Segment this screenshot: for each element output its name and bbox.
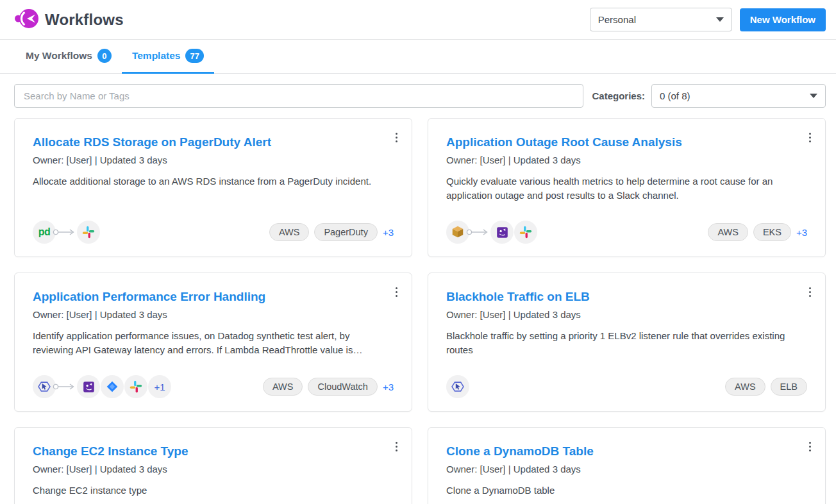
card-description: Blackhole traffic by setting a priority … <box>446 329 807 357</box>
slack-icon <box>124 375 147 398</box>
card-footer: pd AWSPagerDuty+3 <box>33 210 394 244</box>
card-footer: AWSEKS+3 <box>446 210 807 244</box>
card-description: Change EC2 instance type <box>33 483 394 498</box>
tag-list: AWSELB <box>725 378 807 396</box>
tag-pill: ELB <box>771 378 807 396</box>
tag-pill: AWS <box>725 378 765 396</box>
datadog-icon <box>490 221 514 244</box>
card-title[interactable]: Application Performance Error Handling <box>33 290 394 304</box>
connector-chain: pd <box>33 221 101 244</box>
workflow-card[interactable]: Application Performance Error Handling O… <box>14 273 412 412</box>
card-menu-button[interactable] <box>393 439 400 454</box>
flow-arrow-icon <box>466 228 489 237</box>
tab-count-badge: 77 <box>185 49 203 63</box>
card-meta: Owner: [User] | Updated 3 days <box>33 309 394 320</box>
tab-label: Templates <box>132 50 181 62</box>
more-icons-badge: +1 <box>148 375 171 398</box>
workflow-card[interactable]: Blackhole Traffic on ELB Owner: [User] |… <box>428 273 826 412</box>
flow-arrow-icon <box>53 382 76 391</box>
card-meta: Owner: [User] | Updated 3 days <box>33 155 394 165</box>
tag-pill: PagerDuty <box>314 223 378 241</box>
flow-arrow-icon <box>53 228 76 237</box>
card-description: Clone a DynamoDB table <box>446 483 807 498</box>
categories-selector[interactable]: 0 (of 8) <box>651 84 826 108</box>
card-title[interactable]: Application Outage Root Cause Analysis <box>446 135 807 149</box>
new-workflow-button[interactable]: New Workflow <box>740 8 826 31</box>
more-tags-link[interactable]: +3 <box>796 227 807 238</box>
slack-icon <box>77 221 100 244</box>
cards-grid: Allocate RDS Storage on PagerDuty Alert … <box>0 108 836 504</box>
card-menu-button[interactable] <box>807 439 814 454</box>
tag-pill: CloudWatch <box>308 378 377 396</box>
categories-label: Categories: <box>592 90 651 101</box>
chevron-down-icon <box>810 94 817 98</box>
card-title[interactable]: Blackhole Traffic on ELB <box>446 290 807 304</box>
card-meta: Owner: [User] | Updated 3 days <box>33 464 394 475</box>
card-title[interactable]: Allocate RDS Storage on PagerDuty Alert <box>33 135 394 149</box>
connector-chain: +1 <box>33 375 172 398</box>
card-meta: Owner: [User] | Updated 3 days <box>446 155 807 165</box>
card-description: Identify application performance issues,… <box>33 329 394 357</box>
card-meta: Owner: [User] | Updated 3 days <box>446 464 807 475</box>
card-title[interactable]: Clone a DynamoDB Table <box>446 444 807 458</box>
tag-pill: EKS <box>753 223 791 241</box>
app-logo-icon <box>14 7 38 33</box>
connector-chain <box>446 375 470 398</box>
search-input[interactable] <box>14 84 583 108</box>
tag-list: AWSPagerDuty+3 <box>269 223 394 241</box>
filter-bar: Categories: 0 (of 8) <box>0 74 836 108</box>
card-menu-button[interactable] <box>807 285 814 299</box>
workspace-selector[interactable]: Personal <box>590 8 732 31</box>
brand: Workflows <box>14 7 124 33</box>
card-description: Quickly evaluate various health metrics … <box>446 174 807 203</box>
workflow-card[interactable]: Change EC2 Instance Type Owner: [User] |… <box>14 427 412 504</box>
card-menu-button[interactable] <box>393 130 400 145</box>
tag-pill: AWS <box>708 223 748 241</box>
card-meta: Owner: [User] | Updated 3 days <box>446 309 807 320</box>
jira-icon <box>101 375 124 398</box>
connector-chain <box>446 221 538 244</box>
card-footer: AWSELB <box>446 365 807 398</box>
card-menu-button[interactable] <box>393 285 400 299</box>
workflow-card[interactable]: Application Outage Root Cause Analysis O… <box>428 118 826 257</box>
tab-count-badge: 0 <box>97 49 112 63</box>
tab-my-workflows[interactable]: My Workflows 0 <box>15 49 122 74</box>
tag-list: AWSEKS+3 <box>708 223 807 241</box>
tag-pill: AWS <box>263 378 303 396</box>
datadog-icon <box>77 375 100 398</box>
more-tags-link[interactable]: +3 <box>383 227 394 238</box>
card-footer: +1 AWSCloudWatch+3 <box>33 365 394 398</box>
tab-label: My Workflows <box>26 50 92 62</box>
card-description: Allocate additional storage to an AWS RD… <box>33 174 394 189</box>
workflow-card[interactable]: Clone a DynamoDB Table Owner: [User] | U… <box>428 427 826 504</box>
card-title[interactable]: Change EC2 Instance Type <box>33 444 394 458</box>
categories-selected-value: 0 (of 8) <box>660 90 690 101</box>
tag-pill: AWS <box>269 223 310 241</box>
chevron-down-icon <box>716 17 724 22</box>
tab-templates[interactable]: Templates 77 <box>122 49 214 74</box>
workflow-card[interactable]: Allocate RDS Storage on PagerDuty Alert … <box>14 118 412 257</box>
tabs-bar: My Workflows 0 Templates 77 <box>0 40 836 74</box>
slack-icon <box>514 221 537 244</box>
card-menu-button[interactable] <box>807 130 814 145</box>
page-title: Workflows <box>45 11 124 29</box>
page-header: Workflows Personal New Workflow <box>0 0 836 40</box>
tag-list: AWSCloudWatch+3 <box>263 378 394 396</box>
more-tags-link[interactable]: +3 <box>383 382 394 392</box>
synthetic-test-icon <box>446 375 469 398</box>
workspace-selected-value: Personal <box>598 14 636 25</box>
